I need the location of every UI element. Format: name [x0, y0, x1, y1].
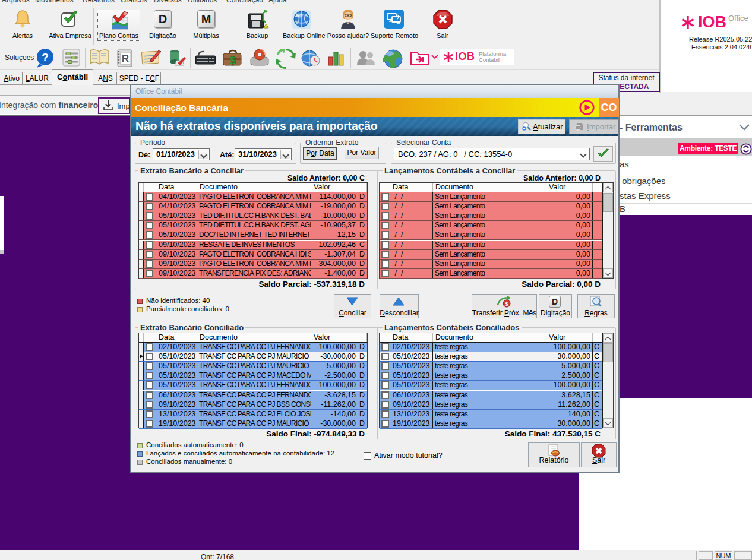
svg-text:$: $ — [230, 55, 236, 67]
svg-text:$: $ — [505, 301, 508, 307]
svg-text:R: R — [122, 53, 129, 64]
svg-text:?: ? — [42, 51, 49, 64]
